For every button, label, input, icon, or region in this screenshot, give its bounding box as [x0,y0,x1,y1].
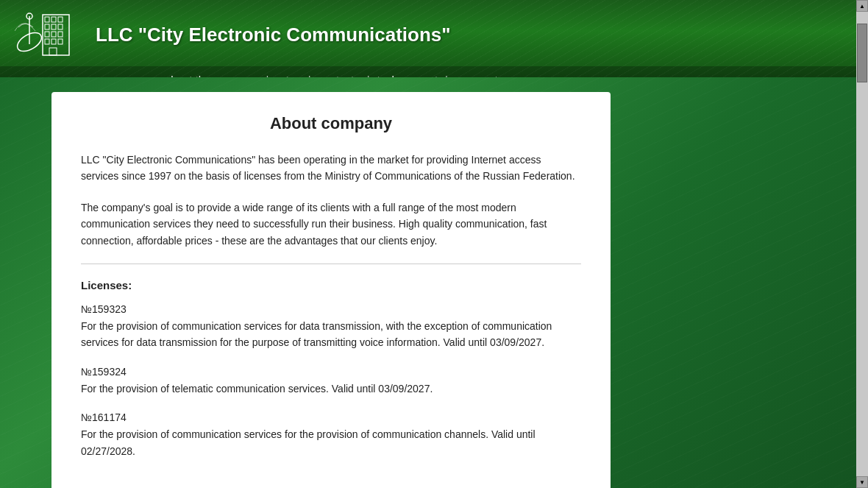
svg-rect-6 [58,24,63,29]
svg-rect-7 [45,32,49,37]
main-wrapper: About company LLC "City Electronic Commu… [0,77,868,488]
svg-rect-4 [45,24,49,29]
scrollbar-arrow-up[interactable]: ▲ [856,0,868,12]
svg-rect-9 [58,32,63,37]
content-card: About company LLC "City Electronic Commu… [51,92,611,488]
licenses-heading: Licenses: [81,279,581,291]
header-top: LLC "City Electronic Communications" [0,0,868,66]
svg-rect-0 [43,15,69,55]
svg-rect-13 [49,48,57,55]
svg-rect-8 [51,32,56,37]
svg-rect-10 [45,39,49,44]
license-desc-3: For the provision of communication servi… [81,426,581,459]
svg-point-16 [26,13,32,19]
svg-point-14 [15,29,45,54]
company-title: LLC "City Electronic Communications" [96,24,451,46]
logo-container [15,9,81,60]
navigation: about the company | rates | contacts | t… [0,66,868,77]
license-block-1: №159323 For the provision of communicati… [81,303,581,351]
section-divider [81,264,581,264]
scrollbar-thumb[interactable] [857,24,867,82]
svg-rect-11 [51,39,56,44]
license-block-2: №159324 For the provision of telematic c… [81,366,581,397]
license-number-1: №159323 [81,303,581,315]
license-number-2: №159324 [81,366,581,378]
scrollbar[interactable]: ▲ ▼ [856,0,868,488]
company-logo-icon [15,9,74,60]
intro-paragraph-2: The company's goal is to provide a wide … [81,199,581,249]
svg-rect-5 [51,24,56,29]
license-desc-2: For the provision of telematic communica… [81,381,581,397]
svg-rect-2 [51,17,56,22]
page-title: About company [81,114,581,133]
svg-rect-3 [58,17,63,22]
svg-rect-1 [45,17,49,22]
license-number-3: №161174 [81,411,581,423]
header: LLC "City Electronic Communications" abo… [0,0,868,77]
intro-paragraph-1: LLC "City Electronic Communications" has… [81,152,581,185]
svg-rect-12 [58,39,63,44]
license-desc-1: For the provision of communication servi… [81,318,581,351]
license-block-3: №161174 For the provision of communicati… [81,411,581,459]
scrollbar-arrow-down[interactable]: ▼ [856,476,868,488]
